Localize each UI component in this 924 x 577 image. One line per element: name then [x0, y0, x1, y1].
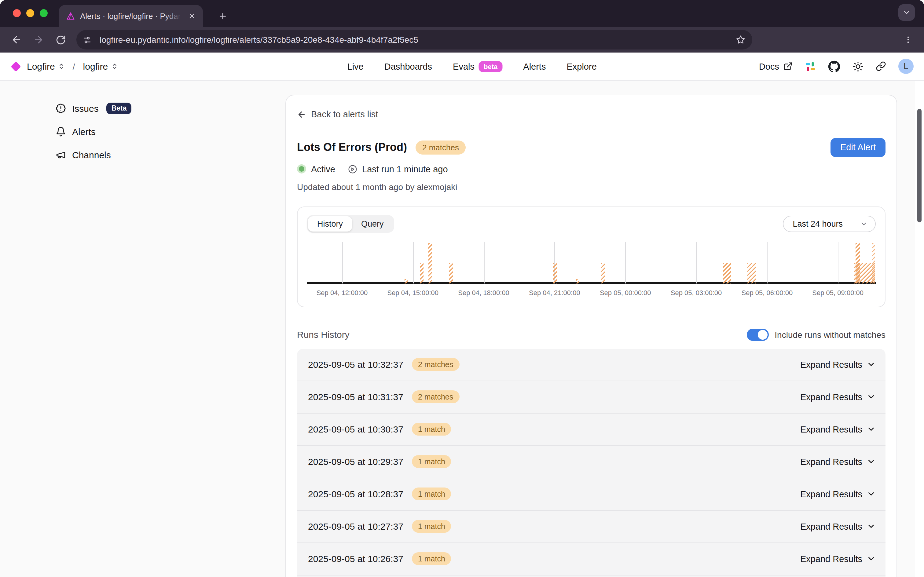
main-nav: Live Dashboards Evals beta Alerts Explor…: [347, 53, 597, 80]
run-row: 2025-09-05 at 10:29:37 1 match Expand Re…: [297, 446, 885, 478]
share-link-icon[interactable]: [876, 61, 886, 71]
back-to-alerts-link[interactable]: Back to alerts list: [297, 110, 378, 119]
chart-tick-label: Sep 05, 03:00:00: [671, 288, 722, 296]
chevron-down-icon: [866, 425, 876, 434]
tab-search-chevron-button[interactable]: [898, 4, 915, 21]
alert-matches-badge: 2 matches: [416, 140, 466, 154]
expand-results-button[interactable]: Expand Results: [800, 554, 876, 564]
close-window-button[interactable]: [13, 9, 21, 17]
run-row: 2025-09-05 at 10:27:37 1 match Expand Re…: [297, 511, 885, 543]
include-runs-toggle[interactable]: [747, 328, 768, 340]
expand-results-label: Expand Results: [800, 489, 862, 499]
chart-bar: [405, 279, 408, 283]
run-match-badge: 2 matches: [412, 390, 459, 403]
browser-window: Alerts · logfire/logfire · Pydant: [0, 0, 924, 577]
chart-bar: [601, 263, 605, 283]
user-avatar[interactable]: L: [898, 59, 914, 74]
run-match-badge: 1 match: [412, 520, 451, 533]
chevron-down-icon: [866, 489, 876, 498]
bell-icon: [56, 126, 66, 137]
arrow-left-icon: [297, 110, 306, 119]
chart-gridline: [838, 242, 839, 283]
sidebar-item-alerts[interactable]: Alerts: [56, 125, 132, 137]
url-bar[interactable]: logfire-eu.pydantic.info/logfire/logfire…: [76, 30, 752, 50]
chevron-down-icon: [860, 220, 868, 227]
chevron-down-icon: [866, 554, 876, 563]
tab-close-icon[interactable]: [186, 10, 198, 22]
nav-item-evals[interactable]: Evals beta: [453, 61, 502, 72]
chart-baseline: [307, 282, 876, 284]
run-row: 2025-09-05 at 10:31:37 2 matches Expand …: [297, 381, 885, 413]
chart-tick-label: Sep 04, 18:00:00: [458, 288, 510, 296]
edit-alert-button[interactable]: Edit Alert: [830, 138, 885, 157]
tab-query[interactable]: Query: [352, 216, 393, 231]
runs-history-header: Runs History Include runs without matche…: [297, 328, 885, 340]
run-match-badge: 1 match: [412, 552, 451, 565]
sidebar-item-label: Alerts: [72, 126, 96, 137]
site-settings-icon[interactable]: [79, 32, 94, 47]
browser-tab[interactable]: Alerts · logfire/logfire · Pydant: [59, 5, 203, 27]
chart-x-axis: Sep 04, 12:00:00Sep 04, 15:00:00Sep 04, …: [307, 288, 876, 298]
chart-tick-label: Sep 04, 12:00:00: [316, 288, 368, 296]
traffic-lights: [13, 9, 48, 17]
evals-beta-badge: beta: [479, 61, 502, 72]
issues-beta-badge: Beta: [106, 102, 132, 114]
title-row: Lots Of Errors (Prod) 2 matches Edit Ale…: [297, 138, 885, 157]
sidebar: Issues Beta Alerts: [56, 102, 132, 161]
project-selector[interactable]: logfire: [83, 61, 118, 71]
chart-tick-label: Sep 05, 06:00:00: [742, 288, 793, 296]
chart-gridline: [697, 242, 697, 283]
page-scrollbar-thumb[interactable]: [917, 109, 922, 222]
chart-header: History Query Last 24 hours: [307, 215, 876, 232]
tab-history[interactable]: History: [308, 216, 352, 231]
minimize-window-button[interactable]: [26, 9, 34, 17]
chevron-down-icon: [866, 457, 876, 466]
runs-list: 2025-09-05 at 10:32:37 2 matches Expand …: [297, 348, 885, 577]
expand-results-button[interactable]: Expand Results: [800, 359, 876, 369]
time-range-select[interactable]: Last 24 hours: [783, 215, 876, 232]
org-selector[interactable]: Logfire: [27, 61, 65, 71]
run-match-badge: 2 matches: [412, 358, 459, 371]
github-icon[interactable]: [828, 60, 840, 73]
run-match-badge: 1 match: [412, 455, 451, 468]
chart-gridline: [767, 242, 768, 283]
nav-item-dashboards[interactable]: Dashboards: [384, 61, 432, 71]
expand-results-button[interactable]: Expand Results: [800, 457, 876, 466]
run-timestamp: 2025-09-05 at 10:27:37: [308, 521, 403, 532]
zoom-window-button[interactable]: [40, 9, 48, 17]
nav-item-explore[interactable]: Explore: [566, 61, 597, 71]
tab-title: Alerts · logfire/logfire · Pydant: [80, 11, 181, 21]
expand-results-button[interactable]: Expand Results: [800, 489, 876, 499]
expand-results-button[interactable]: Expand Results: [800, 521, 876, 531]
new-tab-button[interactable]: [214, 7, 231, 24]
breadcrumb: Logfire / logfire: [10, 61, 118, 71]
slack-icon[interactable]: [805, 61, 816, 72]
browser-menu-icon[interactable]: [899, 31, 917, 49]
logfire-favicon-icon: [66, 11, 75, 21]
reload-button[interactable]: [51, 30, 70, 50]
sidebar-item-issues[interactable]: Issues Beta: [56, 102, 132, 114]
history-query-tabs: History Query: [307, 215, 394, 232]
docs-link[interactable]: Docs: [759, 61, 793, 71]
chart-gridline: [626, 242, 626, 283]
theme-sun-icon[interactable]: [853, 61, 863, 72]
project-name: logfire: [83, 61, 108, 71]
sidebar-item-channels[interactable]: Channels: [56, 148, 132, 161]
chart-bar: [449, 263, 453, 283]
external-link-icon: [784, 62, 793, 71]
status-row: Active Last run 1 minute ago: [297, 164, 885, 174]
chart-bar: [420, 263, 424, 283]
expand-results-label: Expand Results: [800, 457, 862, 466]
chart-tick-label: Sep 04, 15:00:00: [387, 288, 439, 296]
megaphone-icon: [56, 149, 66, 160]
expand-results-button[interactable]: Expand Results: [800, 392, 876, 402]
header-actions: Docs: [759, 59, 914, 74]
chart-bar: [872, 243, 876, 283]
chart-bar: [577, 279, 580, 283]
expand-results-button[interactable]: Expand Results: [800, 424, 876, 434]
nav-item-alerts[interactable]: Alerts: [523, 61, 546, 71]
nav-item-live[interactable]: Live: [347, 61, 364, 71]
bookmark-star-icon[interactable]: [734, 33, 747, 47]
back-button[interactable]: [7, 30, 26, 50]
forward-button[interactable]: [29, 30, 48, 50]
